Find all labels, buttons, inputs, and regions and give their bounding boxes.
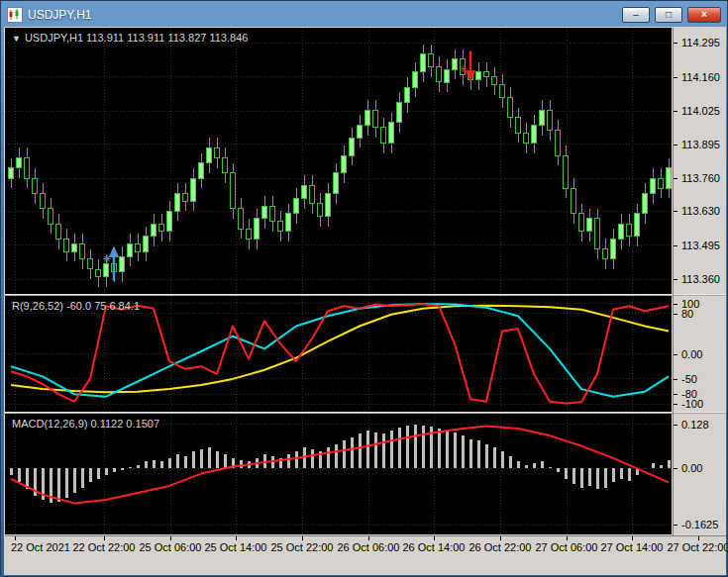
axis-tick <box>104 536 105 540</box>
axis-price-label: 114.025 <box>681 105 720 117</box>
axis-tick <box>698 536 699 540</box>
ohlc-info-line: ▼USDJPY,H1 113.911 113.911 113.827 113.8… <box>12 32 248 44</box>
restore-button[interactable]: □ <box>655 7 682 23</box>
axis-tick <box>674 314 677 315</box>
axis-tick <box>302 536 303 540</box>
axis-price-label: 114.160 <box>681 71 720 83</box>
axis-tick <box>674 144 677 145</box>
chart-window-icon <box>7 7 23 23</box>
axis-tick <box>674 43 677 44</box>
axis-tick <box>674 525 677 526</box>
macd-histogram <box>11 425 669 504</box>
axis-time-label: 27 Oct 22:00 <box>668 541 728 553</box>
panel-separator[interactable] <box>4 412 726 414</box>
axis-tick <box>674 304 677 305</box>
axis-tick <box>567 536 568 540</box>
symbol-marker-icon: ▼ <box>12 34 21 44</box>
terminal-window: USDJPY,H1 – □ × ▼USDJPY,H1 113.911 113.9… <box>0 0 728 577</box>
close-button[interactable]: × <box>687 7 721 23</box>
axis-price-label: -50 <box>681 373 697 385</box>
axis-price-label: 0.00 <box>681 348 702 360</box>
axis-time-label: 22 Oct 22:00 <box>73 541 136 553</box>
window-title: USDJPY,H1 <box>28 8 617 22</box>
oscillator-label: R(9,26,52) -60.0 75.6 84.1 <box>12 300 140 312</box>
axis-tick <box>674 379 677 380</box>
axis-time-label: 26 Oct 06:00 <box>338 541 400 553</box>
candlesticks <box>9 45 672 287</box>
oscillator-panel[interactable] <box>5 296 672 412</box>
osc-line-mid <box>11 304 669 397</box>
titlebar[interactable]: USDJPY,H1 – □ × <box>4 3 724 26</box>
axis-tick <box>674 394 677 395</box>
minimize-button[interactable]: – <box>622 7 650 23</box>
axis-tick <box>674 245 677 246</box>
axis-price-label: 113.495 <box>681 240 720 251</box>
axis-tick <box>500 536 501 540</box>
macd-panel[interactable] <box>5 414 672 534</box>
time-axis[interactable]: 22 Oct 202122 Oct 22:0025 Oct 06:0025 Oc… <box>5 535 726 555</box>
axis-tick <box>674 279 677 280</box>
axis-price-label: 114.295 <box>681 37 720 48</box>
axis-price-label: 80 <box>681 308 693 320</box>
axis-price-label: 113.895 <box>681 139 720 150</box>
axis-price-label: 113.360 <box>681 273 720 285</box>
axis-price-label: -0.1625 <box>681 519 718 530</box>
axis-tick <box>674 468 677 469</box>
axis-tick <box>674 178 677 179</box>
axis-price-label: 0.128 <box>681 419 709 431</box>
main-chart-panel[interactable] <box>5 28 672 294</box>
axis-tick <box>15 536 16 540</box>
axis-price-label: 113.630 <box>681 205 720 217</box>
axis-tick <box>170 536 171 540</box>
macd-signal-line <box>11 427 669 504</box>
panel-separator[interactable] <box>4 294 726 296</box>
axis-price-label: -100 <box>681 398 703 410</box>
axis-price-label: 0.00 <box>681 462 702 474</box>
axis-time-label: 25 Oct 14:00 <box>205 541 267 553</box>
axis-price-label: 113.760 <box>681 172 720 184</box>
axis-time-label: 25 Oct 06:00 <box>140 541 202 553</box>
axis-time-label: 26 Oct 22:00 <box>469 541 532 553</box>
axis-tick <box>674 111 677 112</box>
axis-tick <box>434 536 435 540</box>
ohlc-info-text: USDJPY,H1 113.911 113.911 113.827 113.84… <box>25 32 248 44</box>
axis-tick <box>674 77 677 78</box>
axis-time-label: 22 Oct 2021 <box>11 541 70 553</box>
axis-tick <box>236 536 237 540</box>
chart-client-area: ▼USDJPY,H1 113.911 113.911 113.827 113.8… <box>4 27 726 575</box>
axis-tick <box>674 404 677 405</box>
price-axis[interactable]: 114.295114.160114.025113.895113.760113.6… <box>673 28 726 535</box>
axis-tick <box>632 536 633 540</box>
axis-time-label: 25 Oct 22:00 <box>271 541 334 553</box>
axis-tick <box>674 425 677 426</box>
axis-tick <box>674 211 677 212</box>
axis-tick <box>368 536 369 540</box>
axis-time-label: 27 Oct 14:00 <box>601 541 664 553</box>
main-grid <box>5 28 672 294</box>
axis-tick <box>674 354 677 355</box>
axis-time-label: 27 Oct 06:00 <box>536 541 598 553</box>
axis-time-label: 26 Oct 14:00 <box>403 541 466 553</box>
macd-label: MACD(12,26,9) 0.1122 0.1507 <box>12 418 159 430</box>
